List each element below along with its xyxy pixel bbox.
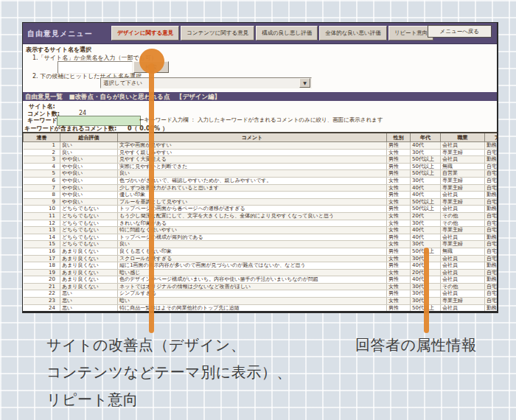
table-column-header: アクセス場所 xyxy=(485,133,498,142)
table-cell: その他 xyxy=(441,220,485,227)
table-cell: 会社員 xyxy=(441,206,485,213)
table-cell: 21 xyxy=(24,283,60,290)
table-cell: 会社員 xyxy=(441,234,485,241)
table-cell: 40代 xyxy=(411,142,441,150)
table-row: 14どちらでもないトップページの構成が羅列的である男性40代会社員勤務先 xyxy=(24,234,498,241)
table-cell: あまり良くない xyxy=(60,269,118,276)
table-cell: 自営業 xyxy=(441,170,485,178)
chevron-down-icon[interactable]: ▼ xyxy=(299,78,310,88)
table-cell: 悪い xyxy=(60,290,118,298)
table-cell: 女性 xyxy=(387,269,411,276)
table-cell: もう少し簡潔な配置にして、文字を大きくしたら、全体的により見やすくなって良いと思… xyxy=(118,212,387,220)
table-cell: 13 xyxy=(24,227,60,234)
menu-bar: 自由意見メニュー デザインに関する意見 コンテンツに関する意見 構成の良し悪し評… xyxy=(23,23,497,44)
site-select-dropdown[interactable]: 選択して下さい ▼ xyxy=(100,77,312,88)
table-cell: 悪い xyxy=(60,304,118,312)
table-cell: きれいな印象がある xyxy=(118,220,387,227)
keyword-hint-text: ←キーワード入力欄 ： 入力したキーワードが含まれるコメントのみに絞り、画面に表… xyxy=(139,116,383,124)
table-cell: 会社員 xyxy=(441,304,485,312)
nav-button-overall-rating[interactable]: 全体的な良い悪い評価 xyxy=(319,26,387,41)
table-cell: 女性 xyxy=(387,255,411,262)
table-cell: 自宅 xyxy=(485,241,498,248)
table-row: 6やや良い色づかいがきれいで、確認しやすいためか、親しみやすいです。女性30代専… xyxy=(24,177,498,184)
table-cell: 5 xyxy=(24,170,60,178)
table-cell: 見やすく親しみやすい xyxy=(118,149,387,156)
table-cell: 40代 xyxy=(411,184,441,192)
table-cell: 専業主婦 xyxy=(441,298,485,305)
table-cell: 7 xyxy=(24,184,60,192)
table-cell: 専業主婦 xyxy=(441,184,485,192)
table-cell: 縦に1画面の表示内容が多いので画面が見づらいのが難点ではないか、など思う xyxy=(118,262,387,270)
table-cell: 24 xyxy=(24,304,60,312)
table-cell: どちらでもない xyxy=(60,206,118,213)
table-cell: 自宅 xyxy=(485,198,498,206)
table-cell: どちらでもない xyxy=(60,212,118,220)
table-cell: 40代 xyxy=(411,234,441,241)
site-select-value: 選択して下さい xyxy=(101,80,299,87)
table-header-row: 連番総合評価コメント性別年代職業アクセス場所 xyxy=(24,133,498,142)
back-to-menu-button[interactable]: メニューへ戻る xyxy=(428,25,492,38)
nav-button-content-opinions[interactable]: コンテンツに関する意見 xyxy=(181,26,254,41)
table-cell: その他 xyxy=(441,212,485,220)
table-cell: 30代 xyxy=(411,241,441,248)
table-cell: あまり良くない xyxy=(60,262,118,270)
table-cell: トップページの構成が羅列的である xyxy=(118,234,387,241)
table-row: 3やや良い見やすく大変使える男性50代以上会社員勤務先,自宅 xyxy=(24,156,498,164)
table-cell: 色づかいがきれいで、確認しやすいためか、親しみやすいです。 xyxy=(118,177,387,184)
table-cell: 暗い xyxy=(118,298,387,305)
table-cell: 勤務先,自宅 xyxy=(485,304,498,312)
table-row: 9やや良いブルーを基調として見やすい女性50代以上専業主婦自宅 xyxy=(24,198,498,206)
table-cell: 男性 xyxy=(387,142,411,150)
table-cell: 勤務先,自宅 xyxy=(485,142,498,150)
callout-line-right xyxy=(424,248,429,333)
table-cell: 自宅 xyxy=(485,177,498,184)
table-cell: 50代以上 xyxy=(411,170,441,178)
table-cell: あまり良くない xyxy=(60,255,118,262)
caption-line: リピート意向 xyxy=(46,386,292,413)
table-cell: やや良い xyxy=(60,163,118,170)
table-cell: 男性 xyxy=(387,304,411,312)
table-cell: 30代 xyxy=(411,177,441,184)
nav-button-group: デザインに関する意見 コンテンツに関する意見 構成の良し悪し評価 全体的な良い悪… xyxy=(111,26,433,41)
table-cell: 女性 xyxy=(387,241,411,248)
table-cell: 会社員 xyxy=(441,255,485,262)
table-column-header: コメント xyxy=(118,133,387,142)
table-cell: 良い xyxy=(60,142,118,150)
site-select-section-title: 表示するサイト名を選択 xyxy=(26,46,91,54)
table-head: 連番総合評価コメント性別年代職業アクセス場所 xyxy=(24,133,498,142)
table-cell: どちらでもない xyxy=(60,220,118,227)
table-cell: 勤務先,自宅 xyxy=(485,262,498,270)
table-cell: 女性 xyxy=(387,149,411,156)
table-row: 8やや良い優しい印象男性40代会社員勤務先,自宅 xyxy=(24,192,498,199)
table-row: 1良い文字や画面が見やすい男性40代会社員勤務先,自宅 xyxy=(24,142,498,150)
table-cell: 無職 xyxy=(441,163,485,170)
table-cell: 8 xyxy=(24,192,60,199)
caption-respondent-attributes: 回答者の属性情報 xyxy=(355,332,476,359)
table-cell: 会社員 xyxy=(441,262,485,270)
nav-button-structure-rating[interactable]: 構成の良し悪し評価 xyxy=(256,26,318,41)
nav-button-design-opinions[interactable]: デザインに関する意見 xyxy=(111,26,179,41)
table-cell: 自宅 xyxy=(485,290,498,298)
table-cell: 男性 xyxy=(387,163,411,170)
table-row: 7やや良い少しずつ改善努力がされていると思います女性40代専業主婦自宅 xyxy=(24,184,498,192)
caption-line: サイトの改善点（デザイン、 xyxy=(46,332,292,359)
table-cell: 女性 xyxy=(387,198,411,206)
table-cell: 40代 xyxy=(411,192,441,199)
table-cell: どちらでもない xyxy=(60,227,118,234)
table-cell: 少しずつ改善努力がされていると思います xyxy=(118,184,387,192)
table-cell: 50代以上 xyxy=(411,198,441,206)
table-row: 2良い見やすく親しみやすい女性30代専業主婦自宅 xyxy=(24,149,498,156)
table-cell: やや良い xyxy=(60,198,118,206)
table-cell: どちらでもない xyxy=(60,241,118,248)
table-column-header: 性別 xyxy=(387,133,411,142)
table-cell: 男性 xyxy=(387,234,411,241)
table-cell: 自宅 xyxy=(485,227,498,234)
table-cell: ネットではオリジナルの情報は少ないなど改善がほしい xyxy=(118,283,387,290)
table-cell: 女性 xyxy=(387,298,411,305)
table-cell: 勤務先,自宅 xyxy=(485,192,498,199)
table-cell: 会社員 xyxy=(441,290,485,298)
table-cell: 会社員 xyxy=(441,276,485,284)
table-cell: 自宅 xyxy=(485,170,498,178)
table-cell: 文字や画面が見やすい xyxy=(118,142,387,150)
table-cell: シンプルすぎる xyxy=(118,290,387,298)
